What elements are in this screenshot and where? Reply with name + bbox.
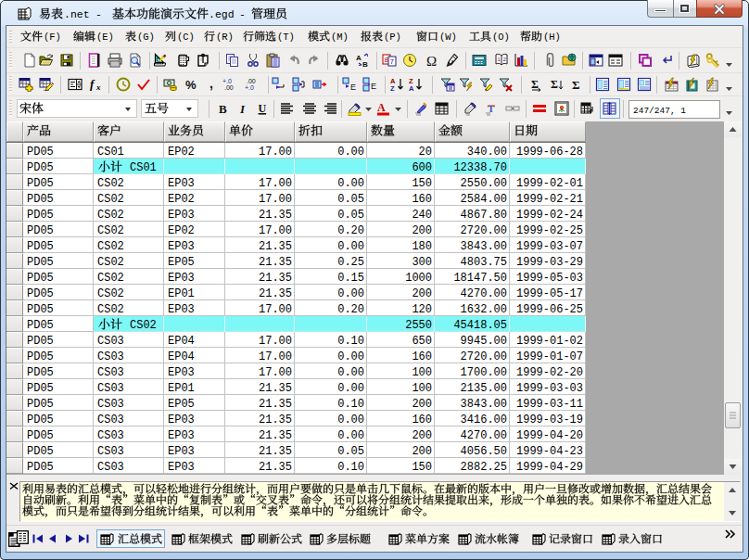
svg-text:f: f (90, 77, 95, 91)
svg-text:Σ: Σ (551, 78, 558, 91)
svg-text:7: 7 (390, 57, 395, 66)
svg-text:U: U (259, 102, 267, 115)
svg-text:+.0: +.0 (245, 84, 254, 91)
svg-text:B: B (362, 60, 368, 68)
svg-text:Σ: Σ (531, 78, 539, 91)
svg-text:A: A (356, 54, 362, 62)
svg-text:E: E (371, 82, 376, 91)
svg-text:.00: .00 (224, 84, 234, 91)
svg-text:%: % (185, 78, 197, 92)
svg-text:A: A (377, 101, 386, 114)
svg-text:I: I (239, 102, 246, 116)
svg-text:E: E (350, 83, 356, 92)
svg-text:Σ: Σ (572, 78, 580, 92)
svg-text:.00: .00 (247, 78, 256, 84)
svg-text:B: B (219, 102, 227, 116)
svg-text:,: , (209, 77, 213, 91)
svg-text:+.0: +.0 (222, 78, 232, 84)
svg-text:Z: Z (390, 84, 395, 92)
svg-text:Ω: Ω (426, 54, 437, 68)
svg-text:A: A (409, 84, 414, 92)
svg-text:T: T (488, 103, 495, 114)
svg-text:x: x (95, 83, 101, 92)
